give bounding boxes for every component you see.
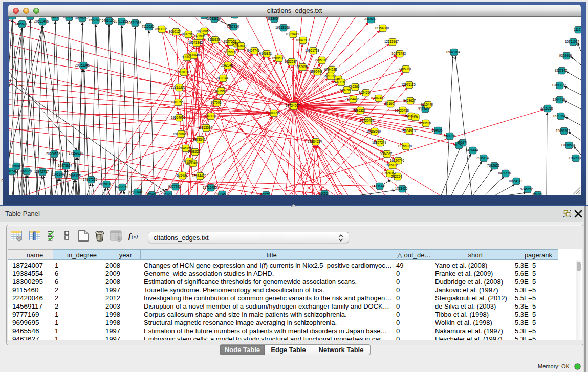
svg-text:9227342: 9227342 [555, 69, 568, 72]
svg-text:891295: 891295 [182, 32, 193, 36]
svg-text:1117: 1117 [574, 28, 581, 31]
svg-text:1244419: 1244419 [553, 98, 565, 101]
svg-text:9129966: 9129966 [559, 54, 572, 57]
svg-text:16914479: 16914479 [192, 174, 207, 178]
svg-text:7632621: 7632621 [487, 164, 500, 167]
svg-text:2803144: 2803144 [216, 76, 229, 80]
svg-text:10025458: 10025458 [395, 108, 409, 112]
svg-text:19384554: 19384554 [308, 140, 322, 143]
svg-text:62160: 62160 [385, 102, 394, 105]
svg-text:15716485: 15716485 [203, 186, 217, 189]
svg-text:(x): (x) [132, 233, 138, 240]
svg-text:16154808: 16154808 [375, 26, 389, 30]
svg-text:17359924: 17359924 [69, 151, 83, 155]
svg-text:6875: 6875 [454, 143, 462, 147]
svg-text:16648784: 16648784 [446, 50, 461, 54]
svg-text:8660124: 8660124 [169, 30, 182, 33]
svg-text:16543362: 16543362 [188, 41, 203, 45]
svg-text:12975115: 12975115 [401, 83, 416, 86]
svg-text:108532: 108532 [62, 17, 74, 19]
svg-text:39154: 39154 [9, 169, 15, 173]
svg-text:3822037: 3822037 [285, 60, 297, 63]
svg-text:15751074: 15751074 [565, 40, 580, 43]
svg-text:9827506: 9827506 [193, 34, 206, 38]
svg-text:7857224: 7857224 [227, 25, 239, 28]
svg-text:92450: 92450 [532, 193, 541, 195]
svg-text:11353594: 11353594 [198, 126, 212, 129]
svg-text:16046755: 16046755 [178, 146, 192, 150]
svg-text:14136141: 14136141 [372, 184, 386, 188]
svg-text:5875685: 5875685 [224, 50, 236, 54]
svg-text:14099489: 14099489 [185, 161, 200, 165]
svg-text:9084067: 9084067 [380, 152, 393, 156]
svg-text:1010755: 1010755 [171, 100, 184, 104]
svg-text:21364436: 21364436 [345, 97, 360, 101]
svg-text:8813054: 8813054 [267, 17, 280, 20]
svg-text:10973493: 10973493 [391, 52, 406, 55]
svg-text:16033809: 16033809 [206, 17, 221, 20]
svg-text:8454749: 8454749 [247, 49, 260, 52]
svg-text:8471676: 8471676 [498, 171, 511, 175]
svg-text:8990448: 8990448 [310, 70, 323, 73]
svg-text:9515440: 9515440 [421, 103, 433, 106]
svg-text:3267130: 3267130 [204, 114, 216, 118]
svg-text:185081: 185081 [10, 164, 21, 168]
svg-text:1362615: 1362615 [295, 65, 308, 69]
svg-text:10671355: 10671355 [127, 21, 142, 25]
svg-text:1167533: 1167533 [569, 156, 581, 160]
svg-text:18300295: 18300295 [266, 111, 280, 115]
svg-text:18724007: 18724007 [286, 104, 300, 107]
svg-text:9474444: 9474444 [466, 148, 478, 152]
svg-text:8186328: 8186328 [208, 38, 221, 41]
svg-text:95123: 95123 [163, 192, 172, 195]
svg-text:12923448: 12923448 [129, 190, 144, 194]
svg-text:1733426: 1733426 [395, 187, 408, 190]
svg-text:11325419: 11325419 [285, 32, 299, 36]
svg-text:9463627: 9463627 [403, 99, 416, 102]
svg-text:1864093: 1864093 [296, 38, 309, 42]
svg-text:9146821: 9146821 [259, 52, 272, 55]
svg-text:1527602: 1527602 [89, 18, 101, 22]
svg-text:10655267: 10655267 [74, 17, 89, 20]
svg-text:1804: 1804 [411, 115, 419, 119]
svg-text:10961758: 10961758 [305, 49, 320, 52]
svg-text:20691406: 20691406 [34, 19, 49, 23]
svg-text:19166829: 19166829 [173, 132, 188, 136]
svg-text:9245652: 9245652 [520, 187, 533, 191]
svg-text:7515526: 7515526 [142, 25, 155, 28]
svg-text:6794028: 6794028 [324, 68, 337, 71]
svg-text:8427552: 8427552 [214, 89, 227, 93]
svg-text:9113465: 9113465 [418, 107, 431, 111]
svg-text:2935114: 2935114 [476, 156, 489, 160]
svg-text:2718126: 2718126 [177, 70, 189, 74]
svg-text:12093872: 12093872 [552, 83, 567, 87]
svg-text:1145194: 1145194 [52, 172, 64, 176]
svg-text:8958928: 8958928 [443, 134, 455, 138]
svg-text:17016504: 17016504 [561, 143, 576, 147]
svg-text:190557: 190557 [9, 17, 17, 17]
svg-text:18807249: 18807249 [372, 141, 387, 144]
svg-text:16210643: 16210643 [553, 114, 568, 118]
svg-text:7955812: 7955812 [315, 58, 328, 62]
svg-text:164095: 164095 [431, 128, 443, 132]
svg-text:17957225: 17957225 [83, 178, 98, 181]
svg-text:6466160: 6466160 [102, 19, 115, 23]
svg-text:16782759: 16782759 [114, 185, 129, 189]
svg-text:90245: 90245 [216, 192, 226, 195]
svg-text:1405571: 1405571 [15, 22, 28, 26]
svg-text:5498222: 5498222 [188, 150, 201, 154]
svg-text:917006: 917006 [210, 101, 222, 104]
svg-text:10719155: 10719155 [114, 19, 128, 23]
svg-text:7485063: 7485063 [399, 67, 411, 71]
svg-text:12213389: 12213389 [171, 85, 186, 89]
svg-text:19654925: 19654925 [171, 116, 186, 119]
svg-text:7625402: 7625402 [175, 173, 188, 177]
svg-text:15692971: 15692971 [556, 129, 571, 133]
svg-text:98902: 98902 [182, 55, 191, 59]
svg-text:19756928: 19756928 [398, 144, 412, 148]
svg-text:1156829: 1156829 [19, 169, 32, 173]
svg-text:209146: 209146 [24, 17, 35, 18]
svg-text:87063: 87063 [146, 193, 156, 195]
svg-text:11035: 11035 [319, 192, 328, 195]
svg-text:29053346: 29053346 [75, 63, 90, 67]
